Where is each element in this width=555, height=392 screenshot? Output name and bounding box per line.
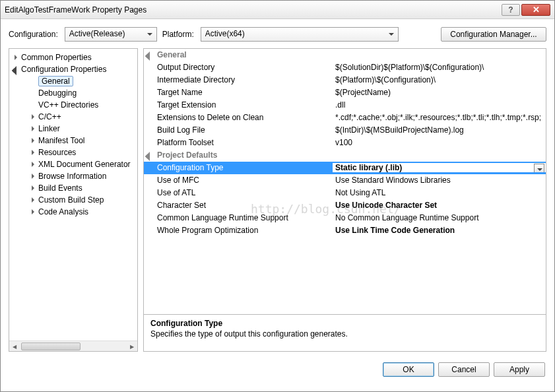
- property-value[interactable]: .dll: [333, 100, 546, 110]
- tree-item-label: Linker: [38, 124, 60, 133]
- grid-row[interactable]: Common Language Runtime SupportNo Common…: [144, 212, 546, 224]
- tree-item[interactable]: Code Analysis: [9, 206, 137, 218]
- tree-item-label: Configuration Properties: [21, 65, 106, 74]
- grid-row[interactable]: Configuration TypeStatic library (.lib): [144, 162, 546, 174]
- tree-item[interactable]: Build Events: [9, 182, 137, 194]
- tree-item-label: Browse Information: [38, 172, 106, 181]
- property-value[interactable]: Use Standard Windows Libraries: [333, 176, 546, 185]
- expand-icon[interactable]: [30, 137, 37, 144]
- property-name: Output Directory: [144, 63, 333, 72]
- configuration-combo[interactable]: Active(Release): [65, 27, 157, 42]
- property-value[interactable]: $(ProjectName): [333, 88, 546, 97]
- apply-button[interactable]: Apply: [494, 362, 545, 377]
- platform-combo[interactable]: Active(x64): [201, 27, 399, 42]
- grid-row[interactable]: Use of MFCUse Standard Windows Libraries: [144, 174, 546, 187]
- collapse-icon[interactable]: [147, 51, 153, 58]
- grid-row[interactable]: Character SetUse Unicode Character Set: [144, 199, 546, 212]
- grid-row[interactable]: Whole Program OptimizationUse Link Time …: [144, 224, 546, 237]
- property-value[interactable]: $(Platform)\$(Configuration)\: [333, 75, 546, 84]
- grid-row[interactable]: Target Extension.dll: [144, 99, 546, 112]
- grid-row[interactable]: Intermediate Directory$(Platform)\$(Conf…: [144, 74, 546, 86]
- property-value[interactable]: $(IntDir)\$(MSBuildProjectName).log: [333, 125, 546, 135]
- property-name: Character Set: [144, 201, 333, 210]
- tree-item[interactable]: Linker: [9, 123, 137, 135]
- tree-item-label: General: [38, 76, 73, 86]
- property-value[interactable]: Static library (.lib): [333, 163, 546, 172]
- tree-item-label: Manifest Tool: [38, 136, 84, 145]
- config-bar: Configuration: Active(Release) Platform:…: [1, 19, 554, 48]
- tree-item[interactable]: Debugging: [9, 87, 137, 99]
- grid-row[interactable]: Platform Toolsetv100: [144, 137, 546, 149]
- property-value[interactable]: Use Unicode Character Set: [333, 201, 546, 210]
- grid-row[interactable]: Output Directory$(SolutionDir)$(Platform…: [144, 61, 546, 74]
- cancel-button[interactable]: Cancel: [438, 362, 490, 377]
- description-pane: Configuration Type Specifies the type of…: [144, 314, 546, 351]
- property-name: Platform Toolset: [144, 138, 333, 147]
- property-value[interactable]: Use Link Time Code Generation: [333, 226, 546, 235]
- close-button[interactable]: ✕: [521, 4, 550, 16]
- tree-item-label: Resources: [38, 148, 76, 157]
- tree-item[interactable]: Custom Build Step: [9, 194, 137, 206]
- property-name: Target Name: [144, 88, 333, 97]
- property-name: Target Extension: [144, 100, 333, 110]
- tree-item[interactable]: VC++ Directories: [9, 99, 137, 111]
- expand-icon[interactable]: [13, 54, 20, 61]
- tree-item[interactable]: Resources: [9, 147, 137, 158]
- window-title: EditAlgoTestFrameWork Property Pages: [5, 5, 502, 15]
- tree-item-label: Build Events: [38, 183, 82, 193]
- scroll-left-icon[interactable]: ◀: [9, 341, 20, 352]
- property-value[interactable]: No Common Language Runtime Support: [333, 213, 546, 222]
- tree-item[interactable]: Configuration Properties: [9, 63, 137, 75]
- collapse-icon[interactable]: [147, 152, 153, 158]
- description-title: Configuration Type: [150, 319, 539, 328]
- scroll-right-icon[interactable]: ▶: [127, 341, 137, 352]
- tree-item-label: XML Document Generator: [38, 160, 131, 169]
- expand-icon[interactable]: [30, 114, 37, 120]
- tree-item-label: Debugging: [38, 88, 77, 98]
- dropdown-icon[interactable]: [534, 164, 544, 172]
- tree-item[interactable]: Browse Information: [9, 170, 137, 182]
- titlebar: EditAlgoTestFrameWork Property Pages ? ✕: [1, 1, 554, 19]
- grid-row[interactable]: Target Name$(ProjectName): [144, 86, 546, 99]
- tree-item[interactable]: Common Properties: [9, 51, 137, 63]
- expand-icon[interactable]: [13, 66, 20, 73]
- grid-category[interactable]: General: [144, 49, 546, 61]
- property-name: Configuration Type: [144, 163, 333, 172]
- tree-hscrollbar[interactable]: ◀▶: [9, 341, 137, 351]
- property-value[interactable]: Not Using ATL: [333, 188, 546, 197]
- expand-icon[interactable]: [30, 185, 37, 191]
- property-name: Use of MFC: [144, 176, 333, 185]
- grid-row[interactable]: Use of ATLNot Using ATL: [144, 187, 546, 199]
- dialog-footer: OK Cancel Apply: [1, 357, 554, 385]
- expand-icon[interactable]: [30, 197, 37, 203]
- grid-category[interactable]: Project Defaults: [144, 149, 546, 162]
- tree-item[interactable]: XML Document Generator: [9, 158, 137, 170]
- expand-icon[interactable]: [30, 149, 37, 156]
- configuration-label: Configuration:: [9, 30, 58, 39]
- property-value[interactable]: *.cdf;*.cache;*.obj;*.ilk;*.resources;*.…: [333, 113, 546, 122]
- property-name: Extensions to Delete on Clean: [144, 113, 333, 122]
- grid-row[interactable]: Extensions to Delete on Clean*.cdf;*.cac…: [144, 112, 546, 124]
- expand-icon[interactable]: [30, 209, 37, 215]
- property-name: Common Language Runtime Support: [144, 213, 333, 222]
- property-name: Use of ATL: [144, 188, 333, 197]
- tree-item[interactable]: Manifest Tool: [9, 135, 137, 147]
- expand-icon[interactable]: [30, 125, 37, 132]
- tree-item-label: Code Analysis: [38, 207, 88, 216]
- tree-item[interactable]: C/C++: [9, 111, 137, 123]
- property-value[interactable]: $(SolutionDir)$(Platform)\$(Configuratio…: [333, 63, 546, 72]
- help-button[interactable]: ?: [502, 4, 520, 16]
- configuration-manager-button[interactable]: Configuration Manager...: [441, 27, 546, 42]
- expand-icon[interactable]: [30, 173, 37, 180]
- grid-row[interactable]: Build Log File$(IntDir)\$(MSBuildProject…: [144, 124, 546, 137]
- nav-tree[interactable]: Common PropertiesConfiguration Propertie…: [9, 48, 138, 352]
- description-text: Specifies the type of output this config…: [150, 329, 539, 339]
- property-grid[interactable]: GeneralOutput Directory$(SolutionDir)$(P…: [144, 49, 546, 314]
- expand-icon[interactable]: [30, 161, 37, 168]
- tree-item[interactable]: General: [9, 75, 137, 87]
- property-value[interactable]: v100: [333, 138, 546, 147]
- ok-button[interactable]: OK: [383, 362, 434, 377]
- tree-item-label: Common Properties: [21, 53, 92, 62]
- scroll-thumb[interactable]: [21, 343, 81, 350]
- property-name: General: [156, 50, 344, 59]
